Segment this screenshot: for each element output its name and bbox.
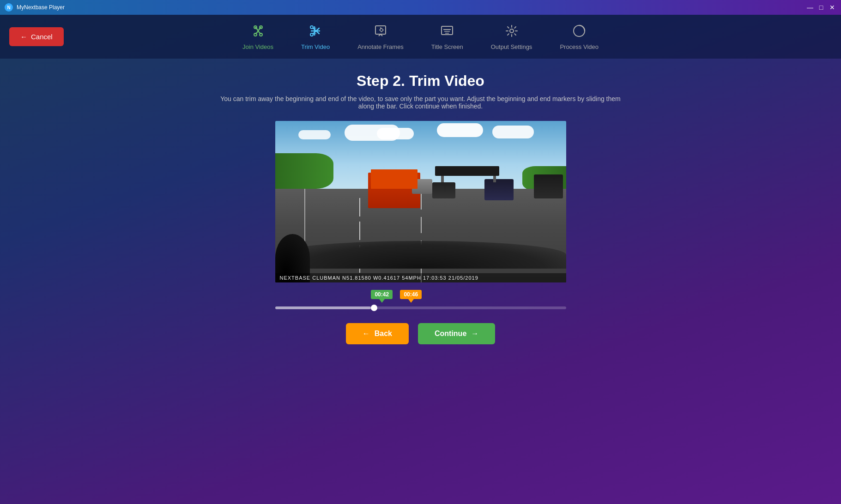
title-screen-icon <box>440 24 454 41</box>
vehicle-car-far-right <box>534 174 563 199</box>
title-bar-left: N MyNextbase Player <box>5 3 65 12</box>
vehicle-truck-load <box>371 169 417 189</box>
start-time-label: 00:42 <box>371 290 393 299</box>
top-nav: ← Cancel Join Videos <box>0 15 841 59</box>
nav-trim-video[interactable]: Trim Video <box>301 24 330 50</box>
step-title: Step 2. Trim Video <box>357 72 484 90</box>
nav-process-video[interactable]: Process Video <box>560 24 599 50</box>
nav-annotate-frames[interactable]: Annotate Frames <box>357 24 404 50</box>
nav-output-settings[interactable]: Output Settings <box>491 24 532 50</box>
process-video-icon <box>572 24 587 41</box>
trim-handle[interactable] <box>371 305 377 311</box>
nav-output-settings-label: Output Settings <box>491 43 532 50</box>
app-title: MyNextbase Player <box>17 4 65 11</box>
video-container: NEXTBASE CLUBMAN N51.81580 W0.41617 54MP… <box>275 121 566 282</box>
svg-rect-12 <box>375 26 386 34</box>
main-content: Step 2. Trim Video You can trim away the… <box>0 59 841 344</box>
overlay-text: NEXTBASE CLUBMAN N51.81580 W0.41617 54MP… <box>280 275 478 281</box>
cancel-label: Cancel <box>31 33 53 41</box>
trim-bar[interactable] <box>275 306 566 309</box>
continue-label: Continue <box>435 330 466 338</box>
trim-progress <box>275 306 371 309</box>
button-row: ← Back Continue → <box>346 323 496 344</box>
minimize-button[interactable]: — <box>806 3 814 12</box>
nav-process-video-label: Process Video <box>560 43 599 50</box>
app-icon: N <box>5 3 13 12</box>
close-button[interactable]: ✕ <box>828 3 836 12</box>
back-arrow-icon: ← <box>20 33 27 41</box>
dashboard-edge <box>275 241 566 269</box>
step-description: You can trim away the beginning and end … <box>213 95 629 110</box>
end-time-label: 00:46 <box>400 290 422 299</box>
maximize-button[interactable]: □ <box>817 3 825 12</box>
trim-section[interactable]: 00:42 00:46 <box>275 290 566 309</box>
nav-join-videos-label: Join Videos <box>242 43 273 50</box>
vehicle-car-right <box>484 179 514 200</box>
nav-trim-video-label: Trim Video <box>301 43 330 50</box>
join-videos-icon <box>251 24 266 41</box>
title-bar: N MyNextbase Player — □ ✕ <box>0 0 841 15</box>
nav-annotate-frames-label: Annotate Frames <box>357 43 404 50</box>
continue-arrow-icon: → <box>471 330 478 338</box>
cancel-button[interactable]: ← Cancel <box>9 27 64 46</box>
trim-video-icon <box>308 24 323 41</box>
continue-button[interactable]: Continue → <box>418 323 495 344</box>
end-marker[interactable]: 00:46 <box>400 290 422 303</box>
back-label: Back <box>375 330 392 338</box>
nav-title-screen[interactable]: Title Screen <box>431 24 463 50</box>
output-settings-icon <box>504 24 519 41</box>
svg-point-3 <box>260 33 262 36</box>
window-controls: — □ ✕ <box>806 3 836 12</box>
annotate-frames-icon <box>373 24 388 41</box>
end-marker-arrow <box>408 299 414 303</box>
start-marker-arrow <box>379 299 385 303</box>
gantry-sign <box>435 166 499 176</box>
trim-markers: 00:42 00:46 <box>275 290 566 306</box>
nav-join-videos[interactable]: Join Videos <box>242 24 273 50</box>
nav-title-screen-label: Title Screen <box>431 43 463 50</box>
vehicle-car-center <box>432 182 455 198</box>
back-arrow-icon: ← <box>363 330 370 338</box>
back-button[interactable]: ← Back <box>346 323 409 344</box>
start-marker[interactable]: 00:42 <box>371 290 393 303</box>
video-frame: NEXTBASE CLUBMAN N51.81580 W0.41617 54MP… <box>275 121 566 282</box>
svg-point-19 <box>510 29 514 33</box>
svg-point-2 <box>254 33 257 36</box>
greenery-left <box>275 153 333 189</box>
video-overlay: NEXTBASE CLUBMAN N51.81580 W0.41617 54MP… <box>275 273 566 282</box>
